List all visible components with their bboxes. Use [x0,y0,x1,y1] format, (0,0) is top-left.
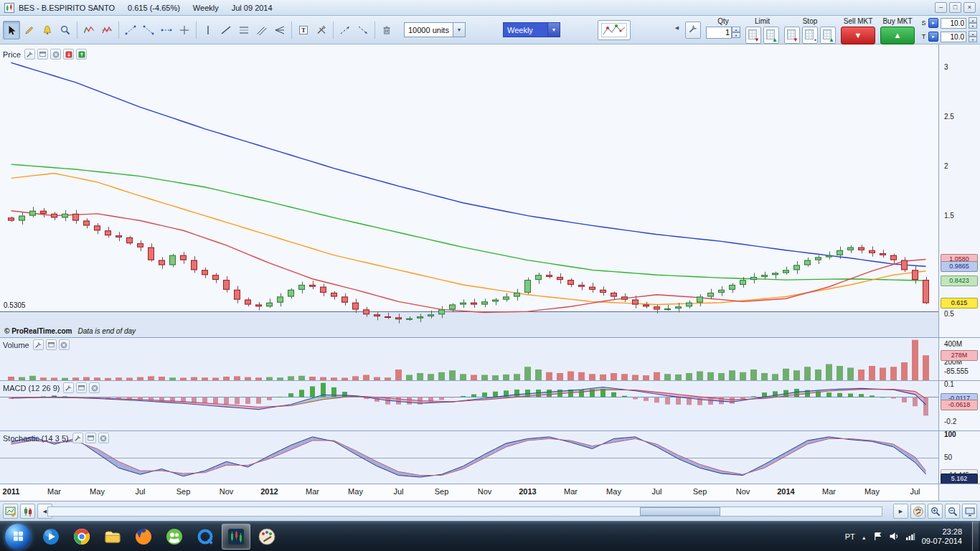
spinner-down-icon[interactable] [969,23,977,29]
spinner-down-icon[interactable] [732,32,740,38]
wrench-icon[interactable] [24,49,35,60]
firefox-taskbar-button[interactable] [129,524,158,550]
collapse-arrow-icon[interactable] [674,17,680,39]
stop-value-input[interactable] [941,18,966,29]
zigzag-line-tool-button[interactable] [98,21,116,39]
stop-spinner[interactable] [969,17,977,29]
scroll-right-button[interactable] [893,504,908,519]
buy-limit-order-button[interactable] [763,27,779,44]
taskbar-clock[interactable]: 23:28 09-07-2014 [922,527,962,546]
sell-limit-order-button[interactable] [745,27,761,44]
x-axis-tick: Jul [905,487,926,496]
spinner-down-icon[interactable] [969,37,977,42]
macd-chart[interactable] [0,380,938,430]
zoom-in-icon[interactable] [928,504,943,519]
chart-scrollbar[interactable] [47,507,882,517]
macd-axis-label: -0.2 [944,418,956,425]
explorer-taskbar-button[interactable] [98,524,127,550]
pattern-detection-button[interactable] [598,20,631,40]
volume-chart[interactable] [0,337,938,380]
stop-column: Stop [784,17,836,44]
qty-column: Qty [706,17,740,39]
sell-mkt-button[interactable] [841,27,875,44]
show-desktop-button[interactable] [972,522,979,551]
volume-icon[interactable] [889,532,899,541]
sell-stop-order-button[interactable] [784,27,800,44]
detach-window-icon[interactable] [37,49,48,60]
close-icon[interactable] [98,433,109,443]
channel-tool-button[interactable] [253,21,270,39]
zigzag-tool-button[interactable] [80,21,98,39]
chrome-taskbar-button[interactable] [67,524,96,550]
sell-arrow-icon [854,30,862,39]
vertical-line-tool-button[interactable] [199,21,217,39]
qty-spinner[interactable] [732,27,740,38]
cross-tool-button[interactable] [176,21,193,39]
timeframe-dropdown[interactable]: Weekly [503,22,560,37]
quick-buy-icon[interactable] [76,49,87,60]
detach-window-icon[interactable] [76,382,87,393]
close-icon[interactable] [89,382,100,393]
wrench-icon[interactable] [63,382,74,393]
scrollbar-thumb[interactable] [640,507,720,516]
target-value-input[interactable] [941,32,966,42]
zoom-tool-button[interactable] [57,21,74,39]
dotted-horizontal-tool-button[interactable] [158,21,175,39]
action-center-icon[interactable] [873,532,882,541]
detach-window-icon[interactable] [46,339,57,350]
spinner-up-icon[interactable] [969,31,977,37]
qty-input[interactable] [706,27,732,39]
stop-order-button[interactable] [802,27,818,44]
wrench-icon[interactable] [33,339,44,350]
candlestick-style-icon[interactable] [20,504,35,519]
zoom-out-icon[interactable] [945,504,960,519]
chart-window-icon [4,3,14,13]
paint-taskbar-button[interactable] [253,524,281,550]
text-tool-button[interactable]: T [295,21,312,39]
minimize-button[interactable] [935,2,947,13]
close-icon[interactable] [50,49,61,60]
stop-target-fields: S T [921,17,977,43]
close-button[interactable] [963,2,976,13]
trash-tool-button[interactable] [378,21,395,39]
spinner-up-icon[interactable] [969,17,977,23]
network-icon[interactable] [905,532,915,541]
order-settings-button[interactable] [685,22,701,39]
messenger-taskbar-button[interactable] [160,524,189,550]
start-button[interactable] [5,524,31,550]
detach-window-icon[interactable] [85,433,96,443]
quicktime-taskbar-button[interactable] [191,524,220,550]
target-spinner[interactable] [969,31,977,42]
close-icon[interactable] [59,339,70,350]
restore-button[interactable] [949,2,961,13]
toolbox-tool-button[interactable] [313,21,330,39]
fullscreen-icon[interactable] [962,504,977,519]
trend-line-tool-button[interactable] [217,21,235,39]
quick-sell-icon[interactable] [63,49,74,60]
stochastic-chart[interactable] [0,430,938,484]
wrench-icon[interactable] [72,433,83,443]
language-indicator[interactable]: PT [845,532,855,541]
buy-mkt-button[interactable] [880,27,915,44]
spinner-up-icon[interactable] [732,27,740,32]
price-chart[interactable] [0,46,938,324]
hidden-icons-arrow[interactable] [862,532,867,541]
taskbar-apps [37,524,281,550]
pencil-tool-button[interactable] [21,21,38,39]
trading-app-taskbar-button[interactable] [222,524,250,550]
buy-stop-order-button[interactable] [820,27,836,44]
chart-edit-icon[interactable] [3,504,18,519]
dotted-rising-tool-button[interactable] [122,21,139,39]
units-dropdown[interactable]: 10000 units [404,22,466,37]
dotted-falling-tool-button[interactable] [140,21,157,39]
x-axis-tick: Mar [302,487,324,496]
cursor-tool-button[interactable] [3,21,20,39]
pitchfork-tool-button[interactable] [271,21,288,39]
dashed-falling-tool-button[interactable] [354,21,372,39]
palette-icon[interactable] [910,504,925,519]
media-player-taskbar-button[interactable] [37,524,65,550]
alarm-tool-button[interactable] [39,21,56,39]
stochastic-panel-header: Stochastic (14 3 5) [3,433,109,443]
fibonacci-tool-button[interactable] [235,21,253,39]
dashed-rising-tool-button[interactable] [336,21,354,39]
